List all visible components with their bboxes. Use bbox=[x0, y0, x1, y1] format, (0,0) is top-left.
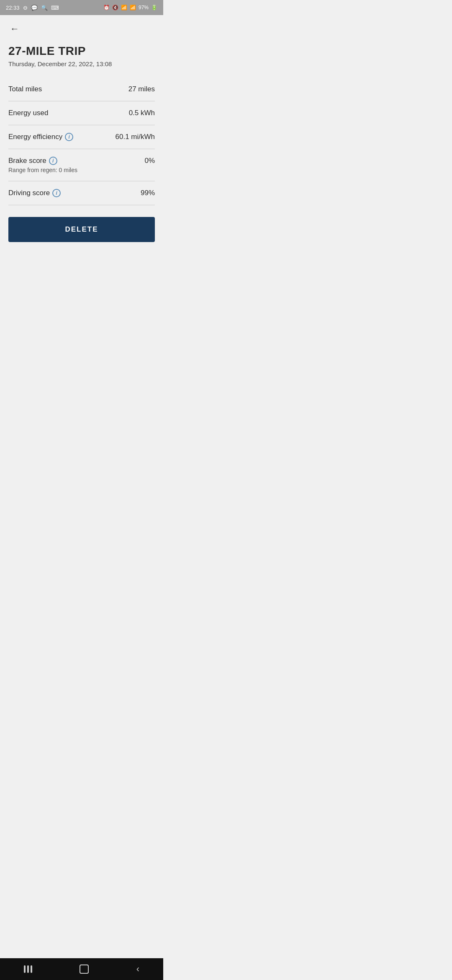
total-miles-label-group: Total miles bbox=[8, 85, 42, 93]
alarm-icon: ⏰ bbox=[103, 5, 110, 10]
driving-score-row: Driving score i 99% bbox=[8, 181, 155, 205]
energy-used-value: 0.5 kWh bbox=[129, 109, 155, 117]
status-left: 22:33 ⊖ 💬 🔍 ⌨ bbox=[6, 5, 59, 11]
brake-score-label-group: Brake score i Range from regen: 0 miles bbox=[8, 157, 77, 173]
battery-percent: 97% bbox=[139, 5, 149, 10]
back-button[interactable]: ← bbox=[8, 22, 21, 36]
brake-score-label: Brake score i bbox=[8, 157, 77, 165]
energy-used-label-group: Energy used bbox=[8, 109, 48, 117]
status-bar: 22:33 ⊖ 💬 🔍 ⌨ ⏰ 🔇 📶 📶 97% 🔋 bbox=[0, 0, 163, 15]
terminal-icon: ⌨ bbox=[51, 5, 59, 11]
energy-efficiency-value: 60.1 mi/kWh bbox=[116, 133, 155, 141]
energy-efficiency-info-icon[interactable]: i bbox=[65, 133, 73, 141]
total-miles-label: Total miles bbox=[8, 85, 42, 93]
energy-efficiency-row: Energy efficiency i 60.1 mi/kWh bbox=[8, 125, 155, 149]
total-miles-value: 27 miles bbox=[128, 85, 155, 93]
driving-score-value: 99% bbox=[141, 189, 155, 197]
search-icon: 🔍 bbox=[41, 5, 48, 11]
driving-score-label-group: Driving score i bbox=[8, 189, 61, 197]
wifi-icon: 📶 bbox=[121, 5, 127, 10]
delete-button-wrapper: DELETE bbox=[8, 205, 155, 250]
status-time: 22:33 bbox=[6, 5, 20, 11]
circle-icon: ⊖ bbox=[23, 5, 28, 11]
mute-icon: 🔇 bbox=[112, 5, 118, 10]
main-content: ← 27-MILE TRIP Thursday, December 22, 20… bbox=[0, 15, 163, 257]
driving-score-label: Driving score i bbox=[8, 189, 61, 197]
status-right: ⏰ 🔇 📶 📶 97% 🔋 bbox=[103, 5, 157, 10]
delete-button[interactable]: DELETE bbox=[8, 217, 155, 242]
trip-title: 27-MILE TRIP bbox=[8, 44, 155, 58]
brake-score-value: 0% bbox=[144, 157, 155, 165]
battery-icon: 🔋 bbox=[151, 5, 157, 10]
stats-section: Total miles 27 miles Energy used 0.5 kWh… bbox=[8, 77, 155, 205]
energy-used-row: Energy used 0.5 kWh bbox=[8, 101, 155, 125]
energy-efficiency-label-group: Energy efficiency i bbox=[8, 133, 73, 141]
driving-score-info-icon[interactable]: i bbox=[52, 189, 61, 197]
message-icon: 💬 bbox=[31, 5, 38, 11]
brake-score-info-icon[interactable]: i bbox=[49, 157, 57, 165]
brake-score-row: Brake score i Range from regen: 0 miles … bbox=[8, 149, 155, 181]
brake-score-sublabel: Range from regen: 0 miles bbox=[8, 167, 77, 173]
trip-date: Thursday, December 22, 2022, 13:08 bbox=[8, 60, 155, 67]
energy-efficiency-label: Energy efficiency i bbox=[8, 133, 73, 141]
signal-icon: 📶 bbox=[130, 5, 136, 10]
back-arrow-icon: ← bbox=[10, 23, 19, 34]
energy-used-label: Energy used bbox=[8, 109, 48, 117]
total-miles-row: Total miles 27 miles bbox=[8, 77, 155, 101]
